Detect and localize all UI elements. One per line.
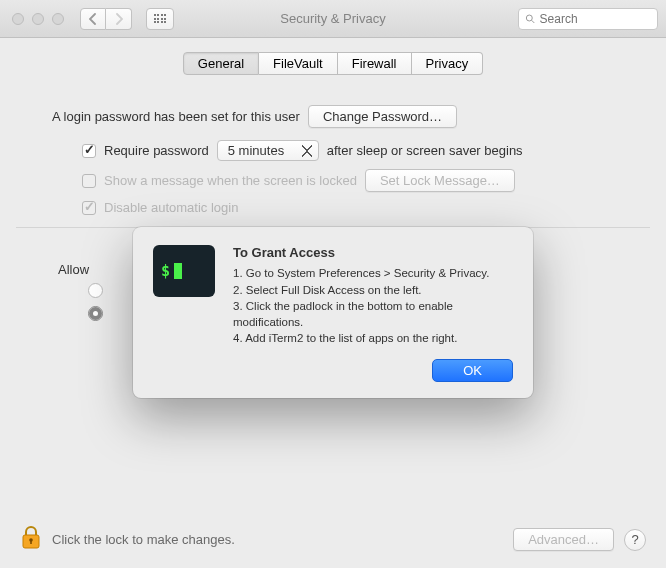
- disable-auto-login-label: Disable automatic login: [104, 200, 238, 215]
- after-sleep-text: after sleep or screen saver begins: [327, 143, 523, 158]
- show-message-checkbox: [82, 174, 96, 188]
- dialog-step: 4. Add iTerm2 to the list of apps on the…: [233, 331, 513, 347]
- advanced-button[interactable]: Advanced…: [513, 528, 614, 551]
- require-password-label: Require password: [104, 143, 209, 158]
- search-input[interactable]: [540, 12, 651, 26]
- dialog-title: To Grant Access: [233, 245, 513, 260]
- tab-privacy[interactable]: Privacy: [412, 52, 484, 75]
- app-icon: $: [153, 245, 215, 297]
- cursor-icon: [174, 263, 182, 279]
- tab-general[interactable]: General: [183, 52, 259, 75]
- svg-line-1: [532, 20, 535, 23]
- grid-icon: [154, 14, 167, 23]
- search-field[interactable]: [518, 8, 658, 30]
- search-icon: [525, 13, 536, 25]
- set-lock-message-button: Set Lock Message…: [365, 169, 515, 192]
- show-message-label: Show a message when the screen is locked: [104, 173, 357, 188]
- titlebar: Security & Privacy: [0, 0, 666, 38]
- dialog-step: 1. Go to System Preferences > Security &…: [233, 266, 513, 282]
- svg-rect-4: [30, 540, 32, 544]
- dialog-body: To Grant Access 1. Go to System Preferen…: [233, 245, 513, 382]
- login-password-text: A login password has been set for this u…: [52, 109, 300, 124]
- password-delay-select[interactable]: 5 minutes: [217, 140, 319, 161]
- radio-option-1[interactable]: [88, 283, 103, 298]
- radio-option-2[interactable]: [88, 306, 103, 321]
- ok-button[interactable]: OK: [432, 359, 513, 382]
- help-button[interactable]: ?: [624, 529, 646, 551]
- lock-text: Click the lock to make changes.: [52, 532, 235, 547]
- tab-bar: General FileVault Firewall Privacy: [16, 52, 650, 75]
- close-window[interactable]: [12, 13, 24, 25]
- change-password-button[interactable]: Change Password…: [308, 105, 457, 128]
- svg-point-0: [526, 15, 532, 21]
- show-all-prefs[interactable]: [146, 8, 174, 30]
- require-password-checkbox[interactable]: [82, 144, 96, 158]
- tab-firewall[interactable]: Firewall: [338, 52, 412, 75]
- nav-buttons: [80, 8, 132, 30]
- dialog-step: 3. Click the padlock in the bottom to en…: [233, 299, 513, 330]
- footer: Click the lock to make changes. Advanced…: [0, 511, 666, 568]
- back-button[interactable]: [80, 8, 106, 30]
- minimize-window[interactable]: [32, 13, 44, 25]
- grant-access-dialog: $ To Grant Access 1. Go to System Prefer…: [133, 227, 533, 398]
- tab-filevault[interactable]: FileVault: [259, 52, 338, 75]
- disable-auto-login-checkbox: [82, 201, 96, 215]
- zoom-window[interactable]: [52, 13, 64, 25]
- dialog-step: 2. Select Full Disk Access on the left.: [233, 283, 513, 299]
- forward-button[interactable]: [106, 8, 132, 30]
- window-controls: [8, 13, 64, 25]
- lock-icon[interactable]: [20, 525, 42, 554]
